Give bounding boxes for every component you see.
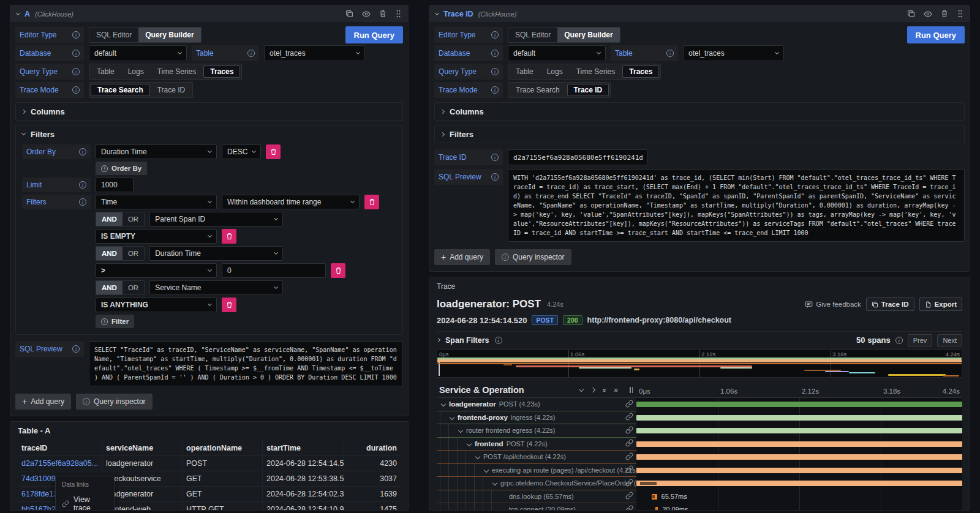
query-type-traces[interactable]: Traces xyxy=(622,66,659,78)
duplicate-query-icon[interactable] xyxy=(907,10,915,18)
info-icon[interactable]: i xyxy=(72,31,80,39)
collapse-query-a-icon[interactable] xyxy=(16,10,20,15)
query-type-timeseries[interactable]: Time Series xyxy=(151,66,203,78)
query-type-timeseries[interactable]: Time Series xyxy=(570,66,622,78)
table-select[interactable]: otel_traces xyxy=(264,45,365,61)
query-inspector-button[interactable]: iQuery inspector xyxy=(76,394,153,410)
or-option[interactable]: OR xyxy=(123,281,144,294)
span-timeline-cell[interactable]: 65.57ms xyxy=(636,490,962,504)
span-row[interactable]: frontend-proxyingress (4.22s) xyxy=(437,411,962,425)
trace-mode-search[interactable]: Trace Search xyxy=(510,84,566,96)
span-name-cell[interactable]: grpc.oteldemo.CheckoutService/PlaceOrder… xyxy=(437,477,636,490)
info-icon[interactable]: i xyxy=(247,50,255,57)
span-duration-bar[interactable] xyxy=(636,415,962,421)
span-name-cell[interactable]: dns.lookup (65.57ms) xyxy=(437,490,636,504)
add-query-button[interactable]: +Add query xyxy=(434,249,490,265)
span-toggle-icon[interactable] xyxy=(458,428,463,433)
span-name-cell[interactable]: executing api route (pages) /api/checkou… xyxy=(437,464,636,477)
trace-mode-search[interactable]: Trace Search xyxy=(91,84,150,96)
remove-order-by-button[interactable] xyxy=(266,144,281,159)
filter-time-value[interactable]: Within dashboard time range xyxy=(222,195,360,209)
span-timeline-cell[interactable] xyxy=(636,438,962,451)
expand-one-icon[interactable] xyxy=(590,388,595,392)
info-icon[interactable]: i xyxy=(495,337,502,344)
collapse-all-icon[interactable]: » xyxy=(600,388,609,392)
filter-op-is-empty[interactable]: IS EMPTY xyxy=(96,229,217,244)
query-type-table[interactable]: Table xyxy=(510,66,540,78)
query-traceid-header[interactable]: Trace ID (ClickHouse) xyxy=(429,6,970,22)
span-timeline-cell[interactable] xyxy=(636,398,962,411)
remove-query-icon[interactable] xyxy=(941,10,948,18)
give-feedback-button[interactable]: Give feedback xyxy=(805,301,861,309)
span-name-cell[interactable]: frontend-proxyingress (4.22s) xyxy=(437,411,636,425)
drag-query-icon[interactable] xyxy=(395,10,402,18)
remove-filter-button[interactable] xyxy=(364,195,379,209)
span-toggle-icon[interactable] xyxy=(467,441,472,446)
span-link-icon[interactable] xyxy=(625,426,633,435)
span-timeline-cell[interactable] xyxy=(636,411,962,425)
duplicate-query-icon[interactable] xyxy=(345,10,353,18)
span-link-icon[interactable] xyxy=(625,492,633,501)
info-icon[interactable]: i xyxy=(491,31,499,39)
span-toggle-icon[interactable] xyxy=(484,468,489,473)
span-duration-bar[interactable] xyxy=(636,402,962,407)
trace-mode-id[interactable]: Trace ID xyxy=(151,84,192,96)
span-link-icon[interactable] xyxy=(625,479,633,488)
trace-minimap[interactable]: 0μs1.06s2.12s3.18s4.24s xyxy=(437,350,962,378)
sql-editor-option[interactable]: SQL Editor xyxy=(89,28,138,42)
info-icon[interactable]: i xyxy=(491,68,499,75)
database-select[interactable]: default xyxy=(89,45,187,61)
filter-field-duration[interactable]: Duration Time xyxy=(149,246,283,261)
span-link-icon[interactable] xyxy=(625,505,633,510)
span-link-icon[interactable] xyxy=(625,400,633,409)
and-option[interactable]: AND xyxy=(96,212,123,226)
col-servicename[interactable]: serviceName xyxy=(102,444,182,452)
remove-filter-button[interactable] xyxy=(222,298,236,312)
info-icon[interactable]: i xyxy=(491,173,499,181)
hide-query-icon[interactable] xyxy=(924,10,932,18)
span-link-icon[interactable] xyxy=(625,439,633,448)
info-icon[interactable]: i xyxy=(72,50,80,57)
span-duration-bar[interactable] xyxy=(636,428,962,433)
columns-section[interactable]: Columns xyxy=(15,102,403,121)
span-row[interactable]: executing api route (pages) /api/checkou… xyxy=(437,464,962,477)
span-duration-bar[interactable] xyxy=(636,468,962,473)
span-duration-bar[interactable] xyxy=(655,507,658,510)
filter-field-parent-span[interactable]: Parent Span ID xyxy=(149,212,283,227)
span-name-cell[interactable]: router frontend egress (4.22s) xyxy=(437,424,636,438)
span-row[interactable]: POST /api/checkout (4.22s) xyxy=(437,451,962,464)
filters-section[interactable]: Filters xyxy=(434,125,965,143)
span-timeline-cell[interactable] xyxy=(636,451,962,464)
trace-id-button[interactable]: Trace ID xyxy=(866,298,914,311)
span-name-cell[interactable]: frontendPOST (4.22s) xyxy=(437,438,636,451)
filters-section-header[interactable]: Filters xyxy=(22,129,396,140)
collapse-one-icon[interactable] xyxy=(578,387,583,392)
span-name-cell[interactable]: tcp.connect (20.09ms) xyxy=(437,503,636,510)
info-icon[interactable]: i xyxy=(79,148,86,155)
span-name-cell[interactable]: loadgeneratorPOST (4.23s) xyxy=(437,398,636,411)
limit-input[interactable]: 1000 xyxy=(96,178,134,192)
query-type-logs[interactable]: Logs xyxy=(541,66,569,78)
info-icon[interactable]: i xyxy=(72,68,80,75)
span-duration-bar[interactable] xyxy=(636,441,962,447)
filter-op-gt[interactable]: > xyxy=(96,263,217,278)
span-link-icon[interactable] xyxy=(625,413,633,422)
add-filter-button[interactable]: +Filter xyxy=(96,315,134,328)
database-select[interactable]: default xyxy=(508,45,606,61)
span-row[interactable]: loadgeneratorPOST (4.23s) xyxy=(437,398,962,411)
col-duration[interactable]: duration xyxy=(344,444,401,452)
query-a-header[interactable]: A (ClickHouse) xyxy=(10,6,408,22)
drag-query-icon[interactable] xyxy=(957,10,963,18)
export-button[interactable]: Export xyxy=(919,298,962,311)
info-icon[interactable]: i xyxy=(491,50,499,57)
remove-filter-button[interactable] xyxy=(222,229,236,244)
or-option[interactable]: OR xyxy=(123,247,144,260)
span-timeline-cell[interactable] xyxy=(636,424,962,438)
span-link-icon[interactable] xyxy=(625,452,633,462)
info-icon[interactable]: i xyxy=(666,50,674,57)
next-span-button[interactable]: Next xyxy=(937,334,962,346)
sql-editor-option[interactable]: SQL Editor xyxy=(508,28,557,42)
span-row[interactable]: tcp.connect (20.09ms)20.09ms xyxy=(437,503,962,510)
span-name-cell[interactable]: POST /api/checkout (4.22s) xyxy=(437,451,636,464)
span-duration-bar[interactable] xyxy=(636,481,962,486)
